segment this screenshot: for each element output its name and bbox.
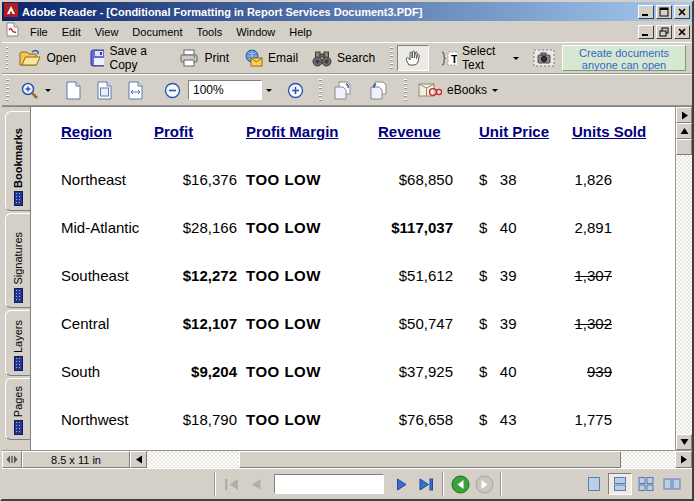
actual-size-page-icon bbox=[65, 81, 82, 100]
save-floppy-icon bbox=[90, 49, 105, 67]
table-cell: $ 38 bbox=[479, 171, 572, 219]
page-back-icon bbox=[368, 81, 389, 100]
next-page-button[interactable] bbox=[390, 473, 414, 495]
previous-view-button[interactable] bbox=[448, 473, 472, 495]
save-a-copy-button[interactable]: Save a Copy bbox=[83, 40, 173, 76]
statusbar-separator bbox=[500, 472, 502, 496]
menu-bar: File Edit View Document Tools Window Hel… bbox=[2, 21, 692, 42]
menu-help[interactable]: Help bbox=[282, 23, 319, 41]
ebooks-label: eBooks bbox=[447, 83, 487, 97]
print-label: Print bbox=[204, 51, 229, 65]
actual-size-button[interactable] bbox=[58, 77, 89, 104]
table-cell: Mid-Atlantic bbox=[61, 219, 154, 267]
continuous-facing-layout-button[interactable] bbox=[634, 473, 658, 495]
document-minimize-button[interactable] bbox=[638, 25, 654, 39]
continuous-layout-button[interactable] bbox=[608, 473, 632, 495]
zoom-out-button[interactable] bbox=[157, 78, 188, 103]
horizontal-scroll-thumb[interactable] bbox=[239, 451, 621, 468]
zoom-level-field[interactable] bbox=[188, 80, 262, 100]
next-view-button[interactable] bbox=[472, 473, 496, 495]
table-cell: 1,307 bbox=[572, 267, 662, 315]
scroll-right-button[interactable] bbox=[675, 451, 692, 468]
vertical-scroll-track[interactable] bbox=[676, 155, 692, 434]
fit-page-button[interactable] bbox=[89, 77, 120, 104]
ebooks-dropdown-caret[interactable] bbox=[492, 89, 498, 95]
toolbar-grip[interactable] bbox=[6, 79, 9, 101]
fit-width-button[interactable] bbox=[120, 77, 151, 104]
zoom-in-button[interactable] bbox=[280, 78, 311, 103]
document-close-button[interactable] bbox=[674, 25, 690, 39]
print-button[interactable]: Print bbox=[172, 45, 236, 71]
scroll-left-button[interactable] bbox=[130, 451, 147, 468]
main-area: Bookmarks Signatures Layers Pages Region… bbox=[2, 106, 692, 450]
menu-document[interactable]: Document bbox=[125, 23, 189, 41]
table-cell: 1,302 bbox=[572, 315, 662, 363]
next-view-page-button[interactable] bbox=[361, 77, 396, 104]
table-cell: $ 39 bbox=[479, 267, 572, 315]
minimize-button[interactable] bbox=[638, 5, 654, 19]
open-button[interactable]: Open bbox=[12, 45, 82, 71]
menu-edit[interactable]: Edit bbox=[55, 23, 88, 41]
horizontal-scroll-track[interactable] bbox=[147, 451, 675, 468]
table-cell: $ 43 bbox=[479, 411, 572, 450]
document-page[interactable]: RegionProfitProfit MarginRevenueUnit Pri… bbox=[30, 107, 675, 450]
previous-view-page-button[interactable] bbox=[326, 77, 361, 104]
toolbar-grip[interactable] bbox=[319, 79, 322, 101]
pane-splitter-button[interactable] bbox=[2, 451, 22, 468]
toolbar-overflow-button[interactable] bbox=[676, 107, 692, 123]
vertical-scrollbar[interactable] bbox=[675, 107, 692, 450]
last-page-button[interactable] bbox=[414, 473, 438, 495]
close-button[interactable] bbox=[674, 5, 690, 19]
select-text-button[interactable]: T Select Text bbox=[433, 40, 526, 76]
select-text-label: Select Text bbox=[462, 44, 508, 72]
table-cell: Northeast bbox=[61, 171, 154, 219]
select-text-dropdown-caret[interactable] bbox=[513, 57, 519, 63]
table-cell: 2,891 bbox=[572, 219, 662, 267]
menu-file[interactable]: File bbox=[23, 23, 55, 41]
menu-window[interactable]: Window bbox=[229, 23, 282, 41]
menu-tools[interactable]: Tools bbox=[190, 23, 230, 41]
toolbar-grip[interactable] bbox=[390, 47, 392, 69]
scroll-up-button[interactable] bbox=[676, 123, 692, 139]
table-cell: South bbox=[61, 363, 154, 411]
table-cell: $9,204 bbox=[154, 363, 246, 411]
fit-page-icon bbox=[96, 81, 113, 100]
table-cell: $ 39 bbox=[479, 315, 572, 363]
snapshot-tool-button[interactable] bbox=[526, 45, 562, 71]
save-a-copy-label: Save a Copy bbox=[109, 44, 165, 72]
create-documents-line1: Create documents bbox=[563, 47, 685, 59]
previous-page-button[interactable] bbox=[244, 473, 268, 495]
toolbar-grip[interactable] bbox=[404, 79, 407, 101]
document-restore-button[interactable] bbox=[656, 25, 672, 39]
tab-pages[interactable]: Pages bbox=[5, 378, 30, 440]
tab-layers[interactable]: Layers bbox=[5, 310, 30, 376]
zoom-level-dropdown-caret[interactable] bbox=[266, 89, 272, 95]
scroll-down-button[interactable] bbox=[676, 434, 692, 450]
open-folder-icon bbox=[19, 49, 41, 67]
tab-signatures[interactable]: Signatures bbox=[5, 213, 30, 308]
tab-bookmarks[interactable]: Bookmarks bbox=[5, 111, 30, 211]
email-button[interactable]: Email bbox=[236, 45, 305, 71]
search-button[interactable]: Search bbox=[305, 46, 382, 71]
first-page-button[interactable] bbox=[220, 473, 244, 495]
page-number-field[interactable] bbox=[274, 474, 384, 494]
search-binoculars-icon bbox=[312, 50, 332, 67]
table-cell: 1,826 bbox=[572, 171, 662, 219]
toolbar-grip[interactable] bbox=[6, 47, 8, 69]
zoom-tool-button[interactable] bbox=[13, 77, 58, 103]
menu-view[interactable]: View bbox=[88, 23, 126, 41]
hand-tool-button[interactable] bbox=[397, 45, 429, 71]
tab-layers-label: Layers bbox=[12, 320, 24, 353]
maximize-button[interactable] bbox=[656, 5, 672, 19]
pdf-document-icon[interactable] bbox=[6, 22, 19, 41]
create-documents-button[interactable]: Create documents anyone can open bbox=[562, 45, 686, 71]
window-title: Adobe Reader - [Conditional Formatting i… bbox=[22, 6, 636, 18]
ebooks-button[interactable]: eBooks bbox=[411, 78, 505, 103]
table-cell: Central bbox=[61, 315, 154, 363]
single-page-layout-button[interactable] bbox=[582, 473, 606, 495]
zoom-tool-dropdown-caret[interactable] bbox=[45, 89, 51, 95]
zoom-out-minus-icon bbox=[164, 82, 181, 99]
facing-layout-button[interactable] bbox=[660, 473, 684, 495]
tab-grip bbox=[14, 191, 23, 206]
vertical-scroll-thumb[interactable] bbox=[676, 139, 692, 155]
